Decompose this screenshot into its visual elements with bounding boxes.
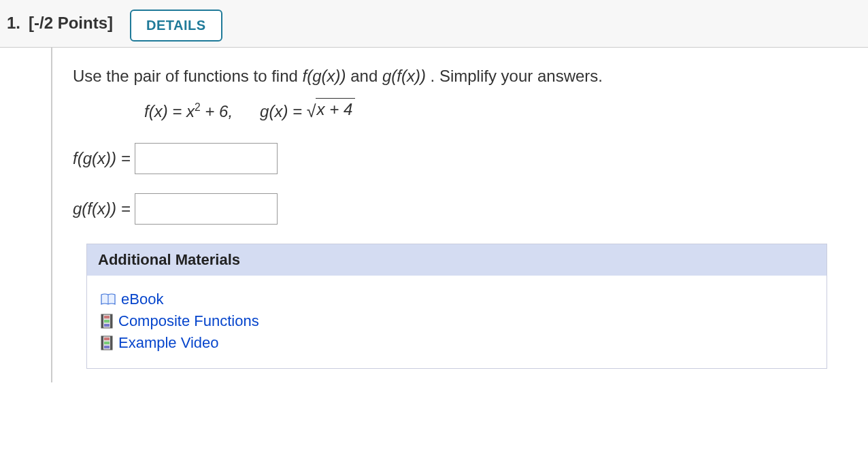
radical-sign: √ xyxy=(307,103,316,120)
svg-rect-9 xyxy=(110,336,112,350)
expr-gf: g(f(x)) xyxy=(382,67,426,85)
expr-fg: f(g(x)) xyxy=(303,67,346,85)
film-icon xyxy=(101,335,113,350)
question-number: 1. xyxy=(7,14,20,33)
answer-label-gf: g(f(x)) = xyxy=(73,199,131,218)
instructions: Use the pair of functions to find f(g(x)… xyxy=(73,67,868,86)
svg-rect-2 xyxy=(101,314,103,328)
instructions-text-mid: and xyxy=(350,67,382,85)
svg-rect-4 xyxy=(104,316,110,318)
f-exp: 2 xyxy=(195,101,201,113)
answer-label-fg-text: f(g(x)) = xyxy=(73,149,131,167)
instructions-text-post: . Simplify your answers. xyxy=(431,67,603,85)
svg-rect-8 xyxy=(101,336,103,350)
g-def-lhs: g(x) = xyxy=(260,102,307,120)
svg-rect-10 xyxy=(104,338,110,340)
question-header: 1. [-/2 Points] DETAILS xyxy=(0,0,868,48)
answer-row-gf: g(f(x)) = xyxy=(73,193,868,225)
svg-rect-6 xyxy=(104,324,110,327)
additional-materials: Additional Materials eBook xyxy=(86,244,827,369)
material-item-example: Example Video xyxy=(101,334,813,352)
answer-label-gf-text: g(f(x)) = xyxy=(73,199,131,218)
radicand: x + 4 xyxy=(316,98,356,120)
f-def-rhs: + 6, xyxy=(201,102,233,120)
function-definitions: f(x) = x2 + 6, g(x) = √x + 4 xyxy=(144,98,868,121)
material-link[interactable]: Example Video xyxy=(118,334,219,352)
material-link[interactable]: Composite Functions xyxy=(118,312,259,330)
answer-label-fg: f(g(x)) = xyxy=(73,149,131,168)
instructions-text-pre: Use the pair of functions to find xyxy=(73,67,303,85)
svg-rect-3 xyxy=(110,314,112,328)
question-content: Use the pair of functions to find f(g(x)… xyxy=(51,48,868,382)
details-button[interactable]: DETAILS xyxy=(130,10,222,42)
materials-header: Additional Materials xyxy=(87,244,827,276)
materials-body: eBook Composite Functions xyxy=(87,276,827,368)
svg-rect-11 xyxy=(104,342,110,344)
answer-row-fg: f(g(x)) = xyxy=(73,143,868,174)
f-def-lhs: f(x) = x xyxy=(144,102,195,120)
svg-rect-5 xyxy=(104,320,110,323)
answer-input-fg[interactable] xyxy=(135,143,278,174)
question-number-block: 1. [-/2 Points] xyxy=(7,14,113,33)
svg-rect-12 xyxy=(104,346,110,348)
sqrt: √x + 4 xyxy=(307,98,356,120)
material-item-composite: Composite Functions xyxy=(101,312,813,330)
points-label: [-/2 Points] xyxy=(29,14,113,33)
film-icon xyxy=(101,314,113,329)
material-link[interactable]: eBook xyxy=(121,291,163,308)
answer-input-gf[interactable] xyxy=(135,193,278,225)
ebook-icon xyxy=(101,293,116,306)
material-item-ebook: eBook xyxy=(101,291,813,308)
